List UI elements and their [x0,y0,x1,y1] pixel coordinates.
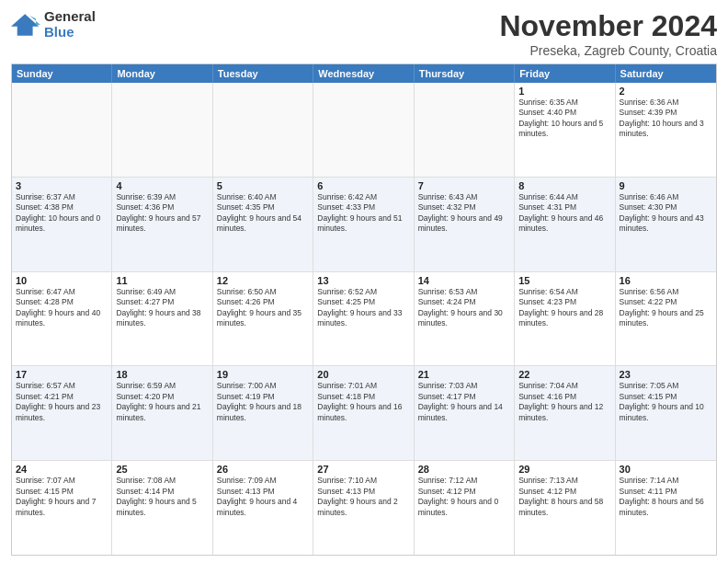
calendar-cell: 29Sunrise: 7:13 AM Sunset: 4:12 PM Dayli… [515,461,615,555]
calendar-header-cell: Thursday [415,64,515,83]
calendar-row: 3Sunrise: 6:37 AM Sunset: 4:38 PM Daylig… [12,178,716,272]
day-info: Sunrise: 6:44 AM Sunset: 4:31 PM Dayligh… [518,192,610,235]
calendar-cell: 7Sunrise: 6:43 AM Sunset: 4:32 PM Daylig… [415,178,515,271]
calendar-cell: 24Sunrise: 7:07 AM Sunset: 4:15 PM Dayli… [12,461,112,555]
calendar-cell: 30Sunrise: 7:14 AM Sunset: 4:11 PM Dayli… [616,461,716,555]
calendar-cell: 5Sunrise: 6:40 AM Sunset: 4:35 PM Daylig… [213,178,313,271]
day-number: 17 [16,369,108,380]
day-info: Sunrise: 7:07 AM Sunset: 4:15 PM Dayligh… [16,476,108,518]
day-info: Sunrise: 6:54 AM Sunset: 4:23 PM Dayligh… [518,287,610,329]
calendar-cell: 11Sunrise: 6:49 AM Sunset: 4:27 PM Dayli… [112,272,212,366]
calendar-cell [313,83,414,177]
month-title: November 2024 [499,9,717,43]
day-number: 20 [317,369,409,380]
day-number: 15 [518,275,610,286]
calendar-cell: 13Sunrise: 6:52 AM Sunset: 4:25 PM Dayli… [313,272,414,366]
day-number: 12 [217,275,309,286]
calendar-cell: 2Sunrise: 6:36 AM Sunset: 4:39 PM Daylig… [616,83,716,177]
calendar-cell: 20Sunrise: 7:01 AM Sunset: 4:18 PM Dayli… [313,366,414,460]
day-info: Sunrise: 7:09 AM Sunset: 4:13 PM Dayligh… [217,476,309,518]
day-number: 11 [116,275,208,286]
calendar-cell: 14Sunrise: 6:53 AM Sunset: 4:24 PM Dayli… [415,272,515,366]
day-info: Sunrise: 7:01 AM Sunset: 4:18 PM Dayligh… [317,381,409,423]
calendar-header-row: SundayMondayTuesdayWednesdayThursdayFrid… [12,64,716,83]
day-info: Sunrise: 6:56 AM Sunset: 4:22 PM Dayligh… [620,287,712,329]
day-number: 13 [317,275,409,286]
day-number: 10 [16,275,108,286]
calendar-cell [213,83,313,177]
calendar-cell: 16Sunrise: 6:56 AM Sunset: 4:22 PM Dayli… [616,272,716,366]
day-info: Sunrise: 6:47 AM Sunset: 4:28 PM Dayligh… [16,287,108,329]
calendar-cell: 28Sunrise: 7:12 AM Sunset: 4:12 PM Dayli… [415,461,515,555]
logo-text: General Blue [44,9,96,40]
calendar-row: 10Sunrise: 6:47 AM Sunset: 4:28 PM Dayli… [12,272,716,367]
calendar-header-cell: Saturday [616,64,716,83]
day-info: Sunrise: 6:49 AM Sunset: 4:27 PM Dayligh… [116,287,208,329]
calendar-cell [112,83,212,177]
page: General Blue November 2024 Preseka, Zagr… [0,0,728,563]
day-number: 2 [620,86,712,97]
calendar-cell: 3Sunrise: 6:37 AM Sunset: 4:38 PM Daylig… [12,178,112,271]
calendar-header-cell: Tuesday [213,64,313,83]
logo-blue-text: Blue [44,25,96,40]
day-info: Sunrise: 6:46 AM Sunset: 4:30 PM Dayligh… [620,192,712,235]
day-info: Sunrise: 6:35 AM Sunset: 4:40 PM Dayligh… [518,98,610,140]
calendar-row: 17Sunrise: 6:57 AM Sunset: 4:21 PM Dayli… [12,366,716,461]
day-info: Sunrise: 7:04 AM Sunset: 4:16 PM Dayligh… [518,381,610,423]
day-number: 22 [518,369,610,380]
day-info: Sunrise: 6:43 AM Sunset: 4:32 PM Dayligh… [418,192,510,235]
calendar-cell: 25Sunrise: 7:08 AM Sunset: 4:14 PM Dayli… [112,461,212,555]
title-block: November 2024 Preseka, Zagreb County, Cr… [499,9,717,58]
day-number: 16 [620,275,712,286]
day-number: 4 [116,180,208,191]
day-info: Sunrise: 7:13 AM Sunset: 4:12 PM Dayligh… [518,476,610,518]
calendar-header-cell: Friday [515,64,615,83]
logo-general-text: General [44,9,96,25]
calendar-cell [12,83,112,177]
calendar-cell: 22Sunrise: 7:04 AM Sunset: 4:16 PM Dayli… [515,366,615,460]
calendar-header-cell: Monday [112,64,212,83]
day-number: 9 [620,180,712,191]
day-info: Sunrise: 7:00 AM Sunset: 4:19 PM Dayligh… [217,381,309,423]
day-info: Sunrise: 7:03 AM Sunset: 4:17 PM Dayligh… [418,381,510,423]
calendar-cell: 1Sunrise: 6:35 AM Sunset: 4:40 PM Daylig… [515,83,615,177]
calendar-cell: 19Sunrise: 7:00 AM Sunset: 4:19 PM Dayli… [213,366,313,460]
calendar-cell: 23Sunrise: 7:05 AM Sunset: 4:15 PM Dayli… [616,366,716,460]
day-number: 26 [217,464,309,475]
day-info: Sunrise: 7:10 AM Sunset: 4:13 PM Dayligh… [317,476,409,518]
calendar-header-cell: Sunday [12,64,112,83]
day-info: Sunrise: 7:08 AM Sunset: 4:14 PM Dayligh… [116,476,208,518]
day-info: Sunrise: 6:37 AM Sunset: 4:38 PM Dayligh… [16,192,108,235]
calendar-cell [415,83,515,177]
day-info: Sunrise: 7:05 AM Sunset: 4:15 PM Dayligh… [620,381,712,423]
day-number: 28 [418,464,510,475]
calendar-cell: 12Sunrise: 6:50 AM Sunset: 4:26 PM Dayli… [213,272,313,366]
day-info: Sunrise: 6:50 AM Sunset: 4:26 PM Dayligh… [217,287,309,329]
calendar-cell: 27Sunrise: 7:10 AM Sunset: 4:13 PM Dayli… [313,461,414,555]
day-info: Sunrise: 6:42 AM Sunset: 4:33 PM Dayligh… [317,192,409,235]
day-info: Sunrise: 6:59 AM Sunset: 4:20 PM Dayligh… [116,381,208,423]
day-number: 1 [518,86,610,97]
logo: General Blue [11,9,96,40]
header: General Blue November 2024 Preseka, Zagr… [11,9,717,58]
day-number: 6 [317,180,409,191]
calendar-cell: 9Sunrise: 6:46 AM Sunset: 4:30 PM Daylig… [616,178,716,271]
calendar-cell: 17Sunrise: 6:57 AM Sunset: 4:21 PM Dayli… [12,366,112,460]
day-number: 30 [620,464,712,475]
day-number: 5 [217,180,309,191]
calendar-cell: 10Sunrise: 6:47 AM Sunset: 4:28 PM Dayli… [12,272,112,366]
day-number: 27 [317,464,409,475]
calendar-cell: 15Sunrise: 6:54 AM Sunset: 4:23 PM Dayli… [515,272,615,366]
calendar-row: 1Sunrise: 6:35 AM Sunset: 4:40 PM Daylig… [12,83,716,178]
calendar-cell: 6Sunrise: 6:42 AM Sunset: 4:33 PM Daylig… [313,178,414,271]
svg-marker-0 [11,14,39,36]
day-number: 14 [418,275,510,286]
day-info: Sunrise: 6:57 AM Sunset: 4:21 PM Dayligh… [16,381,108,423]
day-number: 3 [16,180,108,191]
day-info: Sunrise: 6:39 AM Sunset: 4:36 PM Dayligh… [116,192,208,235]
day-info: Sunrise: 7:14 AM Sunset: 4:11 PM Dayligh… [620,476,712,518]
calendar-cell: 18Sunrise: 6:59 AM Sunset: 4:20 PM Dayli… [112,366,212,460]
calendar-header-cell: Wednesday [313,64,414,83]
day-number: 25 [116,464,208,475]
calendar-cell: 26Sunrise: 7:09 AM Sunset: 4:13 PM Dayli… [213,461,313,555]
